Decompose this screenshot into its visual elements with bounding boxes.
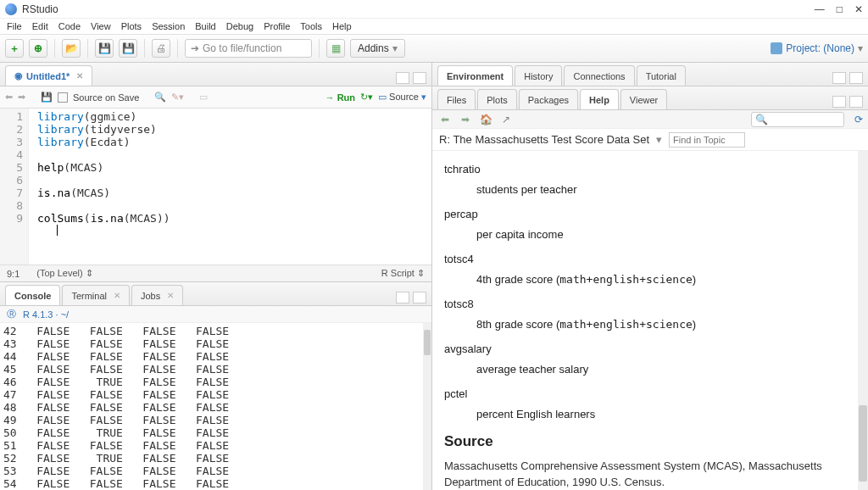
help-scrollbar[interactable] bbox=[858, 151, 868, 490]
menu-build[interactable]: Build bbox=[195, 21, 215, 31]
run-button[interactable]: → Run bbox=[326, 92, 355, 103]
help-definition: average teacher salary bbox=[476, 361, 856, 378]
menu-code[interactable]: Code bbox=[58, 21, 81, 31]
tab-help[interactable]: Help bbox=[580, 89, 619, 109]
tab-viewer[interactable]: Viewer bbox=[620, 89, 667, 109]
help-popout-icon[interactable]: ↗ bbox=[498, 113, 514, 126]
help-back-icon[interactable]: ⬅ bbox=[437, 113, 453, 126]
menu-session[interactable]: Session bbox=[152, 21, 185, 31]
console-row: 42 FALSE FALSE FALSE FALSE bbox=[3, 325, 431, 337]
tab-environment[interactable]: Environment bbox=[437, 65, 513, 86]
maximize-pane-icon[interactable] bbox=[849, 72, 863, 84]
scope-selector[interactable]: (Top Level) ⇕ bbox=[36, 268, 92, 279]
maximize-pane-icon[interactable] bbox=[413, 292, 426, 303]
new-project-button[interactable]: ⊕ bbox=[29, 39, 47, 58]
open-file-button[interactable]: 📂 bbox=[62, 39, 81, 58]
minimize-button[interactable]: — bbox=[815, 3, 825, 15]
tab-untitled1[interactable]: ◉ Untitled1* ✕ bbox=[5, 65, 92, 86]
main-toolbar: ＋ ⊕ 📂 💾 💾 🖨 ➔ Go to file/function ▦ Addi… bbox=[0, 34, 868, 63]
help-term: totsc4 bbox=[444, 251, 856, 268]
menu-profile[interactable]: Profile bbox=[264, 21, 290, 31]
source-button[interactable]: ▭ Source ▾ bbox=[378, 92, 426, 103]
tab-packages[interactable]: Packages bbox=[519, 89, 578, 109]
find-icon[interactable]: 🔍 bbox=[154, 92, 166, 103]
menu-help[interactable]: Help bbox=[332, 21, 352, 31]
env-tabs: Environment History Connections Tutorial bbox=[432, 63, 868, 86]
console-output[interactable]: 42 FALSE FALSE FALSE FALSE43 FALSE FALSE… bbox=[0, 323, 431, 490]
help-term: percap bbox=[444, 206, 856, 223]
menu-debug[interactable]: Debug bbox=[226, 21, 253, 31]
forward-icon[interactable]: ➡ bbox=[18, 92, 25, 103]
back-icon[interactable]: ⬅ bbox=[5, 92, 13, 103]
editor-body[interactable]: 123456789 library(ggmice)library(tidyver… bbox=[0, 109, 431, 264]
source-on-save-label: Source on Save bbox=[73, 92, 139, 103]
project-icon bbox=[771, 42, 782, 54]
tab-console[interactable]: Console bbox=[5, 285, 60, 305]
close-button[interactable]: ✕ bbox=[854, 3, 863, 15]
editor-code[interactable]: library(ggmice)library(tidyverse)library… bbox=[29, 109, 431, 264]
minimize-pane-icon[interactable] bbox=[832, 72, 846, 84]
tab-terminal[interactable]: Terminal✕ bbox=[62, 285, 130, 305]
tab-plots[interactable]: Plots bbox=[477, 89, 516, 109]
menu-plots[interactable]: Plots bbox=[121, 21, 142, 31]
menu-edit[interactable]: Edit bbox=[32, 21, 48, 31]
save-all-button[interactable]: 💾 bbox=[119, 39, 137, 58]
rscript-icon: ◉ bbox=[14, 70, 23, 81]
console-row: 53 FALSE FALSE FALSE FALSE bbox=[3, 465, 431, 477]
tab-tutorial[interactable]: Tutorial bbox=[637, 65, 686, 86]
help-tabs: Files Plots Packages Help Viewer bbox=[432, 86, 868, 110]
addins-dropdown[interactable]: Addins▾ bbox=[350, 39, 405, 58]
help-source-heading: Source bbox=[444, 431, 856, 453]
tab-history[interactable]: History bbox=[515, 65, 562, 86]
goto-input[interactable]: ➔ Go to file/function bbox=[185, 39, 312, 58]
tab-jobs[interactable]: Jobs✕ bbox=[131, 285, 183, 305]
rerun-icon[interactable]: ↻▾ bbox=[360, 92, 373, 103]
maximize-button[interactable]: □ bbox=[837, 3, 843, 15]
help-definition: per capita income bbox=[476, 226, 856, 243]
close-tab-icon[interactable]: ✕ bbox=[76, 71, 83, 81]
close-tab-icon[interactable]: ✕ bbox=[167, 291, 174, 300]
console-row: 48 FALSE FALSE FALSE FALSE bbox=[3, 401, 431, 414]
save-icon[interactable]: 💾 bbox=[41, 92, 53, 103]
help-term: pctel bbox=[444, 386, 856, 403]
console-row: 49 FALSE FALSE FALSE FALSE bbox=[3, 414, 431, 426]
console-row: 46 FALSE TRUE FALSE FALSE bbox=[3, 376, 431, 388]
console-scrollbar[interactable] bbox=[423, 323, 431, 490]
help-search-input[interactable]: 🔍 bbox=[751, 112, 844, 127]
project-menu[interactable]: Project: (None) ▾ bbox=[771, 42, 863, 54]
help-forward-icon[interactable]: ➡ bbox=[458, 113, 473, 126]
rstudio-logo-icon bbox=[5, 3, 17, 15]
menu-file[interactable]: File bbox=[7, 21, 22, 31]
lang-selector[interactable]: R Script ⇕ bbox=[381, 268, 425, 279]
find-in-topic-input[interactable] bbox=[669, 132, 745, 148]
save-button[interactable]: 💾 bbox=[95, 39, 114, 58]
help-refresh-icon[interactable]: ⟳ bbox=[854, 114, 863, 125]
print-button[interactable]: 🖨 bbox=[152, 39, 170, 58]
minimize-pane-icon[interactable] bbox=[396, 72, 409, 84]
tab-connections[interactable]: Connections bbox=[564, 65, 634, 86]
console-row: 50 FALSE TRUE FALSE FALSE bbox=[3, 426, 431, 439]
menu-view[interactable]: View bbox=[91, 21, 111, 31]
source-on-save-checkbox[interactable] bbox=[58, 92, 68, 103]
help-definition: percent English learners bbox=[476, 406, 856, 423]
r-logo-icon: Ⓡ bbox=[7, 308, 16, 320]
tab-files[interactable]: Files bbox=[437, 89, 476, 109]
grid-button[interactable]: ▦ bbox=[326, 39, 345, 58]
maximize-pane-icon[interactable] bbox=[413, 72, 426, 84]
help-definition: 8th grade score (math+english+science) bbox=[476, 316, 856, 333]
console-row: 47 FALSE FALSE FALSE FALSE bbox=[3, 388, 431, 401]
minimize-pane-icon[interactable] bbox=[832, 96, 846, 108]
help-body[interactable]: tchratiostudents per teacherpercapper ca… bbox=[432, 151, 868, 490]
minimize-pane-icon[interactable] bbox=[396, 292, 409, 303]
close-tab-icon[interactable]: ✕ bbox=[114, 291, 120, 300]
console-row: 54 FALSE FALSE FALSE FALSE bbox=[3, 477, 431, 490]
menu-tools[interactable]: Tools bbox=[300, 21, 322, 31]
report-icon[interactable]: ▭ bbox=[199, 92, 208, 103]
titlebar: RStudio — □ ✕ bbox=[0, 0, 868, 19]
wand-icon[interactable]: ✎▾ bbox=[171, 92, 184, 103]
goto-placeholder: Go to file/function bbox=[203, 42, 281, 54]
help-term: totsc8 bbox=[444, 296, 856, 313]
new-file-button[interactable]: ＋ bbox=[5, 39, 24, 58]
maximize-pane-icon[interactable] bbox=[849, 96, 863, 108]
help-home-icon[interactable]: 🏠 bbox=[478, 113, 493, 126]
